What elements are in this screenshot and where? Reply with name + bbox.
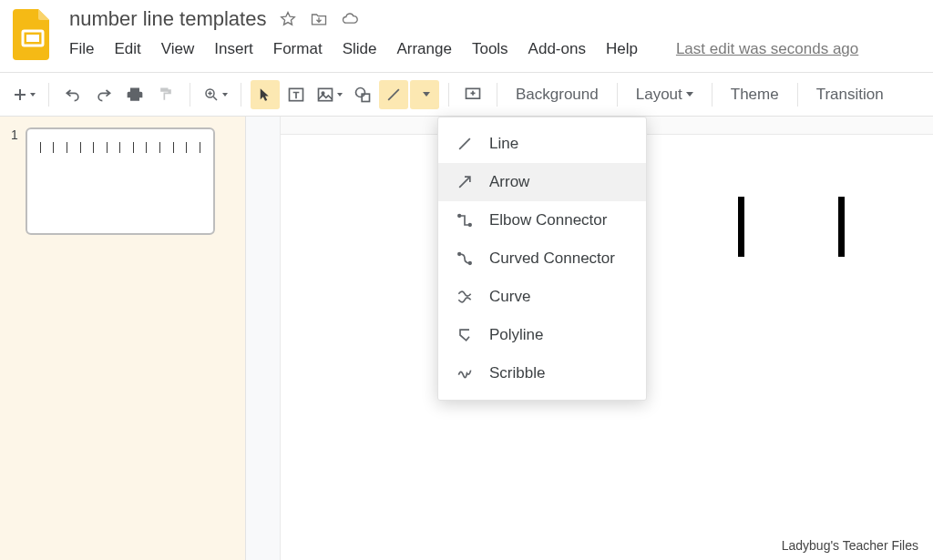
canvas-tick-mark: [838, 197, 845, 257]
toolbar-separator: [241, 83, 241, 107]
layout-label: Layout: [636, 86, 682, 104]
menu-edit[interactable]: Edit: [114, 40, 140, 58]
arrow-icon: [455, 172, 475, 192]
svg-point-12: [469, 262, 472, 265]
line-menu-label: Arrow: [489, 173, 529, 191]
line-menu-scribble[interactable]: Scribble: [438, 354, 646, 392]
zoom-button[interactable]: [200, 80, 231, 109]
textbox-button[interactable]: [282, 80, 311, 109]
toolbar-separator: [190, 83, 190, 107]
redo-button[interactable]: [89, 80, 118, 109]
theme-button[interactable]: Theme: [722, 80, 788, 109]
line-menu-elbow[interactable]: Elbow Connector: [438, 201, 646, 239]
toolbar-separator: [48, 83, 49, 107]
line-icon: [455, 134, 475, 154]
curved-connector-icon: [455, 249, 475, 269]
thumb-number-line: [40, 142, 200, 155]
background-button[interactable]: Background: [507, 80, 608, 109]
svg-rect-1: [26, 35, 39, 42]
svg-rect-7: [362, 94, 369, 101]
line-menu-label: Scribble: [489, 364, 545, 382]
svg-point-6: [356, 87, 365, 97]
line-tool-dropdown-button[interactable]: [410, 80, 439, 109]
document-title[interactable]: number line templates: [69, 7, 266, 31]
last-edit-link[interactable]: Last edit was seconds ago: [676, 40, 858, 58]
menu-arrange[interactable]: Arrange: [396, 40, 451, 58]
menu-addons[interactable]: Add-ons: [528, 40, 586, 58]
slide-number: 1: [11, 127, 18, 142]
line-tool-menu: Line Arrow Elbow Connector Curved Connec…: [437, 117, 647, 401]
svg-rect-4: [319, 88, 333, 100]
toolbar-separator: [448, 83, 449, 107]
menu-tools[interactable]: Tools: [472, 40, 508, 58]
select-tool-button[interactable]: [251, 80, 280, 109]
line-menu-label: Elbow Connector: [489, 211, 607, 229]
chevron-down-icon: [686, 92, 693, 97]
toolbar-separator: [797, 83, 798, 107]
app-header: number line templates File Edit View Ins…: [0, 0, 933, 73]
ruler-vertical: [246, 117, 281, 560]
line-menu-label: Polyline: [489, 326, 544, 344]
line-menu-label: Curved Connector: [489, 249, 615, 268]
menu-bar: File Edit View Insert Format Slide Arran…: [69, 40, 920, 58]
menu-format[interactable]: Format: [273, 40, 323, 58]
line-menu-label: Line: [489, 135, 518, 153]
menu-file[interactable]: File: [69, 40, 94, 58]
elbow-connector-icon: [455, 210, 475, 230]
toolbar-separator: [497, 83, 497, 107]
canvas-tick-mark: [738, 197, 744, 257]
print-button[interactable]: [120, 80, 149, 109]
title-area: number line templates File Edit View Ins…: [69, 7, 920, 58]
slide-thumbnail-1[interactable]: 1: [11, 127, 234, 235]
slide-thumbnail-image: [26, 127, 215, 235]
line-menu-curve[interactable]: Curve: [438, 278, 646, 316]
slides-logo: [13, 9, 53, 60]
toolbar-separator: [617, 83, 618, 107]
slide-panel: 1: [0, 117, 246, 560]
polyline-icon: [455, 325, 475, 345]
line-tool-button[interactable]: [379, 80, 408, 109]
menu-insert[interactable]: Insert: [214, 40, 253, 58]
line-menu-arrow[interactable]: Arrow: [438, 163, 646, 201]
line-menu-line[interactable]: Line: [438, 125, 646, 163]
paint-format-button[interactable]: [151, 80, 180, 109]
svg-point-9: [458, 215, 461, 218]
line-menu-polyline[interactable]: Polyline: [438, 316, 646, 354]
title-row: number line templates: [69, 7, 920, 31]
menu-help[interactable]: Help: [606, 40, 638, 58]
image-button[interactable]: [313, 80, 346, 109]
layout-button[interactable]: Layout: [627, 80, 702, 109]
star-icon[interactable]: [279, 10, 297, 28]
svg-point-10: [469, 224, 472, 227]
toolbar: Background Layout Theme Transition: [0, 73, 933, 117]
new-slide-button[interactable]: [9, 80, 39, 109]
transition-button[interactable]: Transition: [807, 80, 893, 109]
shape-button[interactable]: [348, 80, 377, 109]
scribble-icon: [455, 363, 475, 383]
menu-slide[interactable]: Slide: [343, 40, 377, 58]
undo-button[interactable]: [58, 80, 87, 109]
line-menu-label: Curve: [489, 288, 530, 306]
menu-view[interactable]: View: [161, 40, 195, 58]
comment-button[interactable]: [458, 80, 487, 109]
move-folder-icon[interactable]: [310, 10, 328, 28]
line-menu-curved[interactable]: Curved Connector: [438, 239, 646, 278]
toolbar-separator: [712, 83, 713, 107]
watermark: Ladybug's Teacher Files: [782, 538, 918, 553]
curve-icon: [455, 287, 475, 307]
cloud-saved-icon[interactable]: [341, 10, 359, 28]
svg-point-11: [458, 253, 461, 256]
